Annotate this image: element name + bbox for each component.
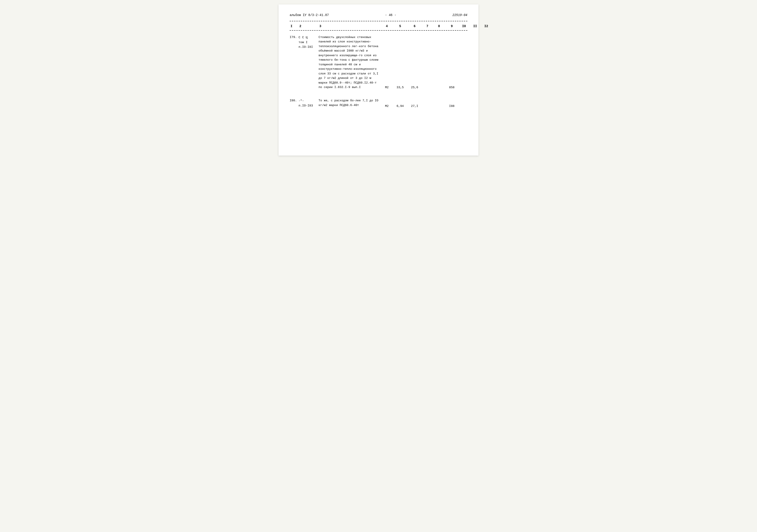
entry-179-num: I79. xyxy=(290,35,298,40)
col-header-10: IO xyxy=(459,24,469,28)
entry-179-col4: М2 xyxy=(381,86,393,90)
entry-180: I80. -"- п.IO-I83 То же, с расходом бо-л… xyxy=(290,98,467,108)
top-divider xyxy=(290,21,467,21)
col-header-8: 8 xyxy=(433,24,445,28)
entry-180-col6: 27,I xyxy=(408,105,422,108)
entry-179-ref: С С Ц том I п.IO-I8I xyxy=(298,35,318,49)
col-header-11: II xyxy=(469,24,481,28)
columns-header-row: I 2 3 4 5 6 7 8 9 IO II I2 xyxy=(290,22,467,29)
entry-179: I79. С С Ц том I п.IO-I8I Стоимость двух… xyxy=(290,35,467,90)
col-header-5: 5 xyxy=(393,24,408,28)
content-area: I79. С С Ц том I п.IO-I8I Стоимость двух… xyxy=(290,35,467,108)
entry-180-description: То же, с расходом бо-лее 7,I до IO кг/м2… xyxy=(318,98,381,108)
entry-179-col6: 25,6 xyxy=(408,86,422,90)
entry-180-col9: I88 xyxy=(445,105,459,108)
entry-180-col5: 6,94 xyxy=(393,105,408,108)
header-center: - 46 - xyxy=(385,13,396,17)
entry-179-col5: 33,5 xyxy=(393,86,408,90)
document-page: альбом IУ 8/3-2-41.87 - 46 - 22519-04 I … xyxy=(279,4,478,156)
col-header-7: 7 xyxy=(422,24,433,28)
header-right: 22519-04 xyxy=(452,13,467,17)
page-header: альбом IУ 8/3-2-41.87 - 46 - 22519-04 xyxy=(290,13,467,17)
col-header-12: I2 xyxy=(481,24,492,28)
col-header-3: 3 xyxy=(318,24,381,28)
entry-179-description: Стоимость двухслойных стеновых панелей и… xyxy=(318,35,381,90)
entry-180-num: I80. xyxy=(290,98,298,103)
entry-180-col4: М2 xyxy=(381,105,393,108)
col-header-4: 4 xyxy=(381,24,393,28)
col-header-9: 9 xyxy=(445,24,459,28)
col-header-6: 6 xyxy=(408,24,422,28)
header-left: альбом IУ 8/3-2-41.87 xyxy=(290,13,329,17)
col-header-2: 2 xyxy=(298,24,318,28)
bottom-header-divider xyxy=(290,30,467,31)
col-header-1: I xyxy=(290,24,298,28)
entry-180-ref: -"- п.IO-I83 xyxy=(298,98,318,108)
entry-179-col9: 858 xyxy=(445,86,459,90)
